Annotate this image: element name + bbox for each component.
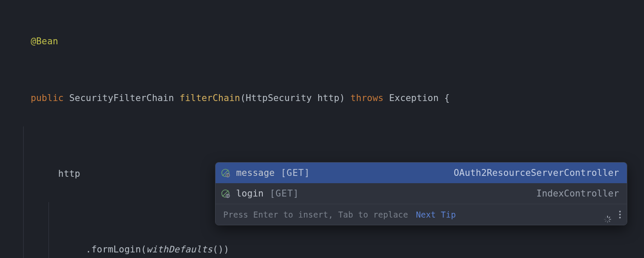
- param-name: http: [317, 93, 339, 103]
- autocomplete-item-origin: IndexController: [536, 184, 619, 203]
- next-tip-link[interactable]: Next Tip: [416, 205, 456, 224]
- param-type: HttpSecurity: [246, 93, 312, 103]
- autocomplete-item-origin: OAuth2ResourceServerController: [454, 163, 619, 182]
- method-call: .formLogin: [86, 244, 141, 255]
- autocomplete-item-name: message: [236, 163, 275, 182]
- loading-spinner-icon: [604, 211, 611, 218]
- svg-line-19: [609, 217, 610, 218]
- keyword-public: public: [30, 93, 64, 103]
- keyword-throws: throws: [350, 93, 383, 103]
- endpoint-icon: [221, 168, 230, 178]
- svg-line-21: [609, 221, 610, 221]
- exception-type: Exception: [389, 93, 439, 103]
- method-name: filterChain: [179, 93, 240, 103]
- more-options-icon[interactable]: [619, 211, 621, 218]
- autocomplete-footer: Press Enter to insert, Tab to replace Ne…: [216, 204, 627, 225]
- code-editor[interactable]: @Bean public SecurityFilterChain filterC…: [0, 0, 644, 258]
- variable: http: [58, 169, 80, 179]
- autocomplete-item[interactable]: login [GET] IndexController: [216, 183, 627, 204]
- svg-line-23: [605, 221, 606, 221]
- code-line[interactable]: @Bean: [9, 13, 644, 70]
- autocomplete-item-name: login: [236, 184, 264, 203]
- annotation: @Bean: [30, 36, 58, 46]
- autocomplete-footer-hint: Press Enter to insert, Tab to replace: [223, 205, 408, 224]
- open-brace: {: [439, 93, 450, 103]
- endpoint-icon: [221, 189, 230, 198]
- code-line[interactable]: public SecurityFilterChain filterChain(H…: [9, 70, 644, 126]
- type: SecurityFilterChain: [69, 93, 174, 103]
- autocomplete-item-method: [GET]: [270, 184, 299, 203]
- svg-line-25: [605, 217, 606, 218]
- autocomplete-popup[interactable]: message [GET] OAuth2ResourceServerContro…: [215, 162, 627, 225]
- autocomplete-item-method: [GET]: [281, 163, 310, 182]
- autocomplete-item[interactable]: message [GET] OAuth2ResourceServerContro…: [216, 163, 627, 183]
- argument: withDefaults: [146, 244, 213, 255]
